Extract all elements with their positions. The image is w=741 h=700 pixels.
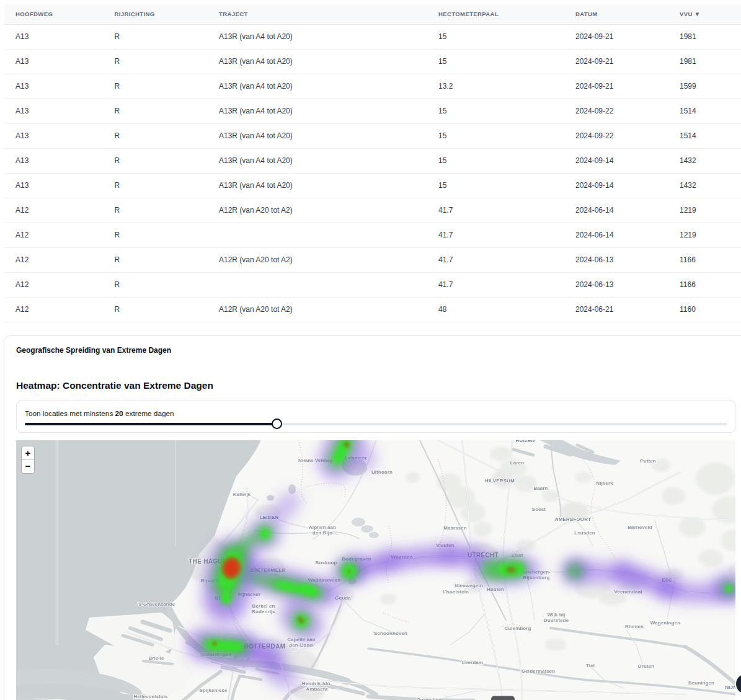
- svg-text:Beuningen: Beuningen: [688, 680, 714, 686]
- svg-text:Gorinchem: Gorinchem: [416, 697, 443, 700]
- svg-text:Spijkenisse: Spijkenisse: [199, 688, 228, 693]
- svg-text:Nijkerk: Nijkerk: [596, 481, 613, 486]
- svg-text:Rhenen: Rhenen: [625, 624, 644, 629]
- svg-text:Duurstede: Duurstede: [544, 618, 569, 623]
- svg-text:HILVERSUM: HILVERSUM: [485, 478, 515, 484]
- svg-text:den IJssel: den IJssel: [289, 642, 314, 648]
- svg-text:Brielle: Brielle: [148, 655, 164, 661]
- svg-text:Laren: Laren: [510, 460, 524, 466]
- svg-text:Culemborg: Culemborg: [504, 626, 531, 631]
- svg-text:Druten: Druten: [638, 663, 654, 669]
- svg-text:NIJMEGEN: NIJMEGEN: [725, 684, 735, 690]
- svg-text:Katwijk: Katwijk: [233, 492, 251, 497]
- svg-text:HUIZEN: HUIZEN: [516, 440, 535, 443]
- svg-text:Veenendaal: Veenendaal: [614, 589, 642, 595]
- svg-text:Barneveld: Barneveld: [628, 525, 652, 530]
- svg-text:Rodenrijs: Rodenrijs: [252, 609, 275, 614]
- svg-text:Uithoorn: Uithoorn: [371, 469, 393, 475]
- svg-text:Hendrik-Ido-: Hendrik-Ido-: [302, 681, 332, 686]
- svg-text:IJsselstein: IJsselstein: [443, 589, 469, 595]
- svg-text:Putten: Putten: [640, 458, 656, 464]
- svg-text:Tiel: Tiel: [586, 663, 595, 668]
- svg-text:den Rijn: den Rijn: [313, 530, 332, 536]
- svg-text:Houten: Houten: [487, 587, 504, 592]
- svg-text:'s-Gravenzande: 's-Gravenzande: [138, 601, 175, 607]
- svg-text:Maarssen: Maarssen: [443, 525, 467, 531]
- svg-text:Berkel en: Berkel en: [252, 603, 275, 609]
- svg-text:Hellevoetsluis: Hellevoetsluis: [133, 694, 168, 699]
- svg-text:Ambacht: Ambacht: [306, 686, 328, 692]
- svg-text:Geldermalsen: Geldermalsen: [521, 668, 555, 674]
- svg-text:Wageningen: Wageningen: [650, 620, 680, 626]
- svg-text:Baarn: Baarn: [533, 485, 548, 491]
- svg-text:AMERSFOORT: AMERSFOORT: [555, 516, 591, 522]
- svg-text:Schoonhoven: Schoonhoven: [374, 631, 407, 636]
- svg-text:Leusden: Leusden: [574, 530, 595, 536]
- svg-text:Soest: Soest: [532, 507, 546, 512]
- svg-text:Boskoop: Boskoop: [316, 560, 337, 565]
- svg-text:Nieuwegein: Nieuwegein: [455, 583, 482, 588]
- svg-text:Wijk bij: Wijk bij: [548, 612, 566, 618]
- svg-text:Alphen aan: Alphen aan: [309, 525, 336, 530]
- svg-text:Leerdam: Leerdam: [462, 660, 483, 665]
